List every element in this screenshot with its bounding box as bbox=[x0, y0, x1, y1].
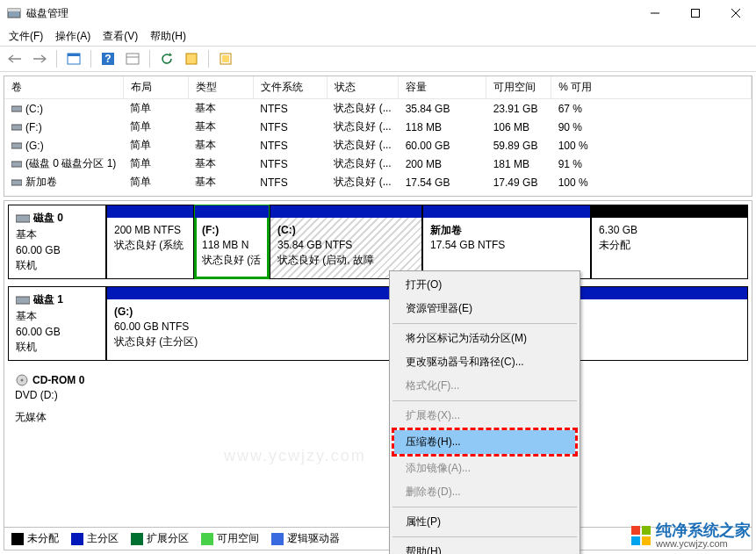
refresh-button[interactable] bbox=[157, 49, 176, 68]
ctx-format: 格式化(F)... bbox=[392, 374, 578, 398]
menu-help[interactable]: 帮助(H) bbox=[150, 29, 186, 44]
properties-button[interactable] bbox=[123, 49, 142, 68]
disk-1-row: 磁盘 1 基本 60.00 GB 联机 (G:)60.00 GB NTFS状态良… bbox=[8, 286, 748, 361]
table-row[interactable]: 新加卷简单基本NTFS状态良好 (...17.54 GB17.49 GB100 … bbox=[4, 173, 752, 191]
svg-rect-12 bbox=[186, 54, 197, 64]
svg-rect-18 bbox=[11, 162, 22, 167]
disk-0-label[interactable]: 磁盘 0 基本 60.00 GB 联机 bbox=[8, 205, 106, 279]
ctx-change-letter[interactable]: 更改驱动器号和路径(C)... bbox=[392, 350, 578, 374]
ctx-delete: 删除卷(D)... bbox=[392, 480, 578, 504]
col-fs[interactable]: 文件系统 bbox=[253, 76, 327, 99]
col-status[interactable]: 状态 bbox=[327, 76, 398, 99]
ctx-add-mirror: 添加镜像(A)... bbox=[392, 457, 578, 480]
svg-point-23 bbox=[21, 379, 24, 382]
nav-back-button[interactable] bbox=[5, 49, 25, 68]
show-hide-button[interactable] bbox=[64, 49, 83, 68]
volume-list-pane: 卷 布局 类型 文件系统 状态 容量 可用空间 % 可用 (C:)简单基本NTF… bbox=[4, 76, 752, 197]
ctx-open[interactable]: 打开(O) bbox=[392, 273, 578, 297]
svg-rect-1 bbox=[8, 9, 20, 11]
ctx-mark-active[interactable]: 将分区标记为活动分区(M) bbox=[392, 327, 578, 350]
cdrom-row: CD-ROM 0 DVD (D:) 无媒体 bbox=[8, 368, 748, 430]
disk0-unallocated[interactable]: 6.30 GB未分配 bbox=[591, 205, 748, 279]
col-type[interactable]: 类型 bbox=[188, 76, 253, 99]
disk-graphic-pane: www.ycwjzy.com 磁盘 0 基本 60.00 GB 联机 200 M… bbox=[4, 200, 752, 550]
disk-1-label[interactable]: 磁盘 1 基本 60.00 GB 联机 bbox=[8, 286, 106, 361]
table-row[interactable]: (C:)简单基本NTFS状态良好 (...35.84 GB23.91 GB67 … bbox=[4, 99, 752, 119]
close-button[interactable] bbox=[716, 0, 756, 26]
context-menu: 打开(O) 资源管理器(E) 将分区标记为活动分区(M) 更改驱动器号和路径(C… bbox=[389, 270, 580, 554]
site-watermark: 纯净系统之家 www.ycwjzy.com bbox=[631, 522, 751, 549]
svg-rect-19 bbox=[11, 180, 22, 185]
col-capacity[interactable]: 容量 bbox=[399, 76, 486, 99]
svg-rect-20 bbox=[16, 215, 30, 222]
table-row[interactable]: (磁盘 0 磁盘分区 1)简单基本NTFS状态良好 (...200 MB181 … bbox=[4, 155, 752, 173]
minimize-button[interactable] bbox=[635, 0, 675, 26]
watermark-faint: www.ycwjzy.com bbox=[224, 447, 366, 465]
disk0-part1[interactable]: 200 MB NTFS状态良好 (系统 bbox=[106, 205, 194, 279]
svg-rect-14 bbox=[222, 55, 229, 62]
ctx-extend: 扩展卷(X)... bbox=[392, 404, 578, 428]
disk0-part-new[interactable]: 新加卷17.54 GB NTFS bbox=[422, 205, 591, 279]
volume-table[interactable]: 卷 布局 类型 文件系统 状态 容量 可用空间 % 可用 (C:)简单基本NTF… bbox=[4, 76, 752, 191]
svg-rect-17 bbox=[11, 143, 22, 148]
disk-icon bbox=[16, 295, 30, 306]
col-layout[interactable]: 布局 bbox=[123, 76, 188, 99]
menu-action[interactable]: 操作(A) bbox=[55, 29, 90, 44]
disk-0-row: 磁盘 0 基本 60.00 GB 联机 200 MB NTFS状态良好 (系统 … bbox=[8, 205, 748, 279]
svg-rect-16 bbox=[11, 125, 22, 130]
nav-forward-button[interactable] bbox=[30, 49, 49, 68]
cdrom-icon bbox=[15, 373, 29, 387]
table-row[interactable]: (G:)简单基本NTFS状态良好 (...60.00 GB59.89 GB100… bbox=[4, 136, 752, 155]
ctx-shrink-highlight: 压缩卷(H)... bbox=[392, 428, 578, 457]
col-volume[interactable]: 卷 bbox=[4, 76, 123, 99]
svg-rect-3 bbox=[692, 10, 700, 18]
col-free[interactable]: 可用空间 bbox=[486, 76, 551, 99]
svg-rect-7 bbox=[68, 54, 80, 56]
cdrom-label[interactable]: CD-ROM 0 DVD (D:) 无媒体 bbox=[8, 368, 106, 430]
ctx-explorer[interactable]: 资源管理器(E) bbox=[392, 297, 578, 320]
help-button[interactable]: ? bbox=[98, 49, 118, 68]
disk0-part-f[interactable]: (F:)118 MB N状态良好 (活 bbox=[194, 205, 270, 279]
svg-rect-15 bbox=[11, 106, 22, 112]
toolbar: ? bbox=[0, 46, 756, 72]
ctx-properties[interactable]: 属性(P) bbox=[392, 510, 578, 534]
ctx-help[interactable]: 帮助(H) bbox=[392, 540, 578, 554]
disk-icon bbox=[16, 213, 30, 224]
titlebar: 磁盘管理 bbox=[0, 0, 756, 26]
action-button[interactable] bbox=[216, 49, 235, 68]
menubar: 文件(F) 操作(A) 查看(V) 帮助(H) bbox=[0, 26, 756, 46]
maximize-button[interactable] bbox=[675, 0, 716, 26]
ctx-shrink[interactable]: 压缩卷(H)... bbox=[394, 430, 575, 454]
windows-logo-icon bbox=[631, 526, 651, 545]
svg-rect-21 bbox=[16, 297, 30, 304]
menu-file[interactable]: 文件(F) bbox=[9, 29, 43, 44]
svg-text:?: ? bbox=[104, 53, 111, 65]
menu-view[interactable]: 查看(V) bbox=[103, 29, 138, 44]
svg-rect-10 bbox=[126, 54, 139, 64]
table-row[interactable]: (F:)简单基本NTFS状态良好 (...118 MB106 MB90 % bbox=[4, 118, 752, 136]
disk0-part-c[interactable]: (C:)35.84 GB NTFS状态良好 (启动, 故障 bbox=[270, 205, 422, 279]
col-pct[interactable]: % 可用 bbox=[551, 76, 752, 99]
list-button[interactable] bbox=[182, 49, 201, 68]
disk-mgmt-icon bbox=[7, 6, 21, 20]
